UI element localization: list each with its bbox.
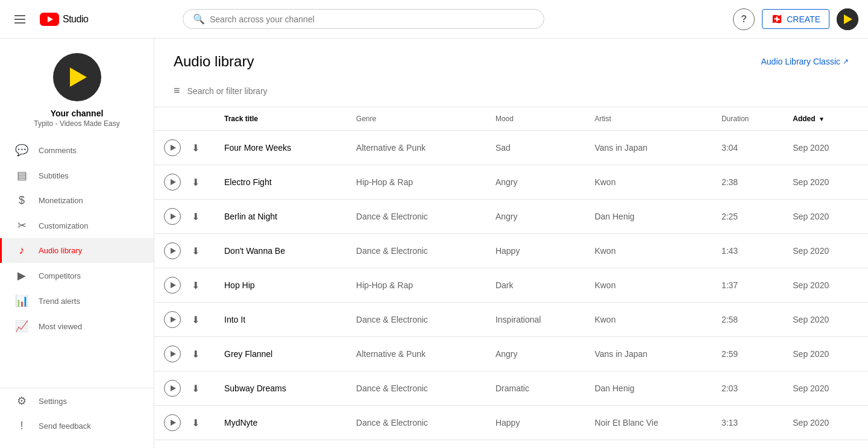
channel-info: Your channel Typito - Videos Made Easy xyxy=(0,39,154,137)
avatar-button[interactable] xyxy=(837,8,858,30)
create-button[interactable]: 🇨🇭 CREATE xyxy=(762,9,829,29)
play-icon-6 xyxy=(171,351,176,357)
row-actions-0: ⬇ xyxy=(154,131,215,165)
sidebar-item-comments[interactable]: 💬 Comments xyxy=(0,137,154,163)
download-button-8[interactable]: ⬇ xyxy=(186,413,205,432)
sidebar-label-comments: Comments xyxy=(39,146,77,155)
track-duration-5: 2:58 xyxy=(712,303,783,337)
col-artist: Artist xyxy=(585,107,712,131)
channel-avatar-play-icon xyxy=(70,68,87,87)
track-artist-7: Dan Henig xyxy=(585,371,712,406)
search-input[interactable] xyxy=(210,14,534,24)
play-icon-0 xyxy=(171,145,176,151)
download-icon-5: ⬇ xyxy=(192,314,200,326)
download-button-4[interactable]: ⬇ xyxy=(186,276,205,295)
track-added-2: Sep 2020 xyxy=(783,200,868,234)
classic-link[interactable]: Audio Library Classic ↗ xyxy=(761,57,849,66)
track-duration-8: 3:13 xyxy=(712,406,783,440)
track-artist-6: Vans in Japan xyxy=(585,337,712,371)
track-title-0: Four More Weeks xyxy=(215,131,347,165)
filter-icon: ≡ xyxy=(174,84,180,97)
track-added-1: Sep 2020 xyxy=(783,165,868,200)
play-icon-8 xyxy=(171,420,176,426)
play-button-5[interactable] xyxy=(164,311,181,328)
download-button-6[interactable]: ⬇ xyxy=(186,344,205,364)
play-button-7[interactable] xyxy=(164,380,181,397)
tracks-tbody: ⬇ Four More Weeks Alternative & Punk Sad… xyxy=(154,131,868,449)
help-button[interactable]: ? xyxy=(733,8,755,30)
channel-name: Your channel xyxy=(51,109,104,118)
track-genre-6: Alternative & Punk xyxy=(347,337,486,371)
play-icon-7 xyxy=(171,385,176,391)
logo[interactable]: Studio xyxy=(40,13,88,26)
track-title-3: Don't Wanna Be xyxy=(215,234,347,268)
search-bar: 🔍 xyxy=(183,9,544,29)
sidebar-item-subtitles[interactable]: ▤ Subtitles xyxy=(0,163,154,188)
track-added-0: Sep 2020 xyxy=(783,131,868,165)
play-button-6[interactable] xyxy=(164,345,181,362)
track-artist-2: Dan Henig xyxy=(585,200,712,234)
table-container: Track title Genre Mood Artist Duration xyxy=(154,107,868,448)
sidebar-item-monetization[interactable]: $ Monetization xyxy=(0,188,154,213)
download-button-5[interactable]: ⬇ xyxy=(186,310,205,329)
download-icon-6: ⬇ xyxy=(192,349,200,360)
page-header: Audio library Audio Library Classic ↗ xyxy=(154,39,868,80)
avatar-play-icon xyxy=(844,14,852,24)
download-button-1[interactable]: ⬇ xyxy=(186,172,205,192)
track-duration-6: 2:59 xyxy=(712,337,783,371)
download-button-2[interactable]: ⬇ xyxy=(186,207,205,226)
classic-link-text: Audio Library Classic xyxy=(761,57,841,66)
row-actions-6: ⬇ xyxy=(154,337,215,371)
sidebar-icon-settings: ⚙ xyxy=(14,394,29,408)
track-mood-9: Calm xyxy=(486,440,585,449)
track-title-2: Berlin at Night xyxy=(215,200,347,234)
sidebar-icon-customization: ✂ xyxy=(14,219,29,232)
sidebar-item-competitors[interactable]: ▶ Competitors xyxy=(0,263,154,288)
sidebar-item-trend-alerts[interactable]: 📊 Trend alerts xyxy=(0,288,154,314)
download-icon-4: ⬇ xyxy=(192,280,200,291)
track-genre-5: Dance & Electronic xyxy=(347,303,486,337)
play-button-4[interactable] xyxy=(164,277,181,294)
header-left: Studio xyxy=(10,10,88,28)
sidebar-item-settings[interactable]: ⚙ Settings xyxy=(0,388,154,414)
track-title-1: Electro Fight xyxy=(215,165,347,200)
track-artist-3: Kwon xyxy=(585,234,712,268)
download-button-7[interactable]: ⬇ xyxy=(186,379,205,398)
download-button-3[interactable]: ⬇ xyxy=(186,241,205,260)
play-button-8[interactable] xyxy=(164,414,181,431)
filter-bar: ≡ xyxy=(154,80,868,107)
filter-input[interactable] xyxy=(187,86,368,96)
track-duration-7: 2:03 xyxy=(712,371,783,406)
track-mood-4: Dark xyxy=(486,268,585,303)
sidebar-nav: 💬 Comments ▤ Subtitles $ Monetization ✂ … xyxy=(0,137,154,388)
track-duration-4: 1:37 xyxy=(712,268,783,303)
table-row: ⬇ Berlin at Night Dance & Electronic Ang… xyxy=(154,200,868,234)
play-button-2[interactable] xyxy=(164,208,181,225)
row-actions-3: ⬇ xyxy=(154,234,215,268)
sidebar-item-audio-library[interactable]: ♪ Audio library xyxy=(0,238,154,263)
sidebar-item-most-viewed[interactable]: 📈 Most viewed xyxy=(0,314,154,339)
track-mood-2: Angry xyxy=(486,200,585,234)
track-artist-5: Kwon xyxy=(585,303,712,337)
hamburger-menu[interactable] xyxy=(10,10,30,28)
channel-avatar[interactable] xyxy=(53,53,101,101)
sidebar-icon-competitors: ▶ xyxy=(14,269,29,282)
sidebar-label-competitors: Competitors xyxy=(39,271,81,280)
play-button-0[interactable] xyxy=(164,139,181,156)
table-row: ⬇ Electro Fight Hip-Hop & Rap Angry Kwon… xyxy=(154,165,868,200)
download-button-0[interactable]: ⬇ xyxy=(186,138,205,157)
col-duration: Duration xyxy=(712,107,783,131)
play-button-1[interactable] xyxy=(164,174,181,191)
download-icon-0: ⬇ xyxy=(192,142,200,154)
track-duration-1: 2:38 xyxy=(712,165,783,200)
help-icon: ? xyxy=(741,14,747,25)
track-title-8: MydNyte xyxy=(215,406,347,440)
play-button-3[interactable] xyxy=(164,242,181,259)
track-added-4: Sep 2020 xyxy=(783,268,868,303)
sidebar-icon-monetization: $ xyxy=(14,194,29,207)
play-icon-3 xyxy=(171,248,176,254)
track-genre-8: Dance & Electronic xyxy=(347,406,486,440)
play-icon-5 xyxy=(171,317,176,323)
sidebar-item-send-feedback[interactable]: ! Send feedback xyxy=(0,414,154,438)
sidebar-item-customization[interactable]: ✂ Customization xyxy=(0,213,154,238)
